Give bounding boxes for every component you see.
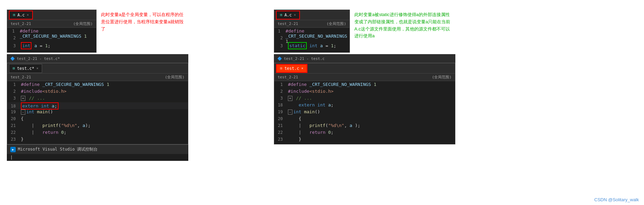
line-num: 20 bbox=[7, 116, 21, 121]
line-num: 22 bbox=[274, 130, 288, 135]
code-line-22: 22 | return 0; bbox=[274, 130, 455, 137]
cursor-indicator: | bbox=[10, 155, 13, 160]
line-num: 23 bbox=[7, 137, 21, 142]
code-line-3: 3 + // ... bbox=[7, 95, 188, 102]
line-content: #include<stdio.h> bbox=[21, 89, 66, 94]
tab-icon: ⊞ bbox=[13, 66, 15, 71]
annotation-text: 此时变量a是个全局变量，可以在程序的任意位置进行使用，当程序结束变量a就销毁了 bbox=[101, 12, 184, 31]
tab-icon: ⊞ bbox=[280, 66, 282, 71]
line-content: | return 0; bbox=[21, 130, 66, 135]
line-content: { bbox=[21, 116, 24, 121]
left-top-editor: ⊞ A.c × test_2-21 (全局范围) 1 #de bbox=[7, 10, 188, 53]
code-line-3: 3 int a = 1; bbox=[7, 42, 96, 49]
line-content: extern int a; bbox=[288, 102, 333, 107]
line-num: 2 bbox=[7, 36, 21, 40]
code-line-1: 1 #define _CRT_SECURE_NO_WARNINGS 1 bbox=[7, 82, 188, 89]
code-line-23: 23 } bbox=[7, 137, 188, 143]
right-screenshot: ⊞ A.c × test_2-21 (全局范围) 1 #de bbox=[274, 10, 455, 202]
split-icon: 🔷 bbox=[277, 56, 282, 61]
line-num: 2 bbox=[274, 89, 288, 94]
tab-label: A.c bbox=[17, 13, 25, 17]
line-content: | return 0; bbox=[288, 130, 333, 135]
line-num: 23 bbox=[274, 137, 288, 142]
breadcrumb-left: test_2-21 bbox=[278, 75, 298, 79]
line-content: #define _CRT_SECURE_NO_WARNINGS 1 bbox=[20, 28, 96, 39]
tab-close[interactable]: × bbox=[27, 13, 29, 17]
left-bottom-editor: ⊞ test.c* × test_2-21 (全局范围) 1 #define _… bbox=[7, 63, 188, 144]
right-top-breadcrumb: test_2-21 (全局范围) bbox=[274, 20, 350, 28]
line-content: #define _CRT_SECURE_NO_WARNINGS 1 bbox=[21, 82, 109, 87]
left-bottom-tab-bar: ⊞ test.c* × bbox=[7, 63, 188, 74]
tab-close[interactable]: × bbox=[294, 13, 296, 17]
line-num: 18 bbox=[7, 104, 21, 108]
line-num: 19 bbox=[274, 110, 288, 114]
line-content: + // ... bbox=[21, 95, 45, 101]
annotation-text: 此时变量a被static进行修饰使得a的外部连接属性变成了内部链接属性，也就是说… bbox=[354, 12, 450, 38]
tab-close[interactable]: × bbox=[36, 66, 38, 70]
line-content: -int main() bbox=[21, 109, 53, 114]
line-content: extern int a; bbox=[21, 102, 59, 110]
line-content: } bbox=[288, 137, 301, 142]
tab-icon: ⊞ bbox=[13, 13, 15, 17]
line-content: int a = 1; bbox=[21, 42, 50, 49]
right-top-ide-window: ⊞ A.c × test_2-21 (全局范围) 1 #de bbox=[274, 10, 350, 53]
line-content: | printf("%d\n", a); bbox=[21, 123, 91, 128]
line-content: #define _CRT_SECURE_NO_WARNINGS 1 bbox=[286, 28, 350, 44]
code-line-1: 1 #define _CRT_SECURE_NO_WARNINGS 1 bbox=[7, 28, 96, 35]
right-top-code: 1 #define _CRT_SECURE_NO_WARNINGS 1 2 3 bbox=[274, 28, 350, 50]
line-content: #define _CRT_SECURE_NO_WARNINGS 1 bbox=[288, 82, 376, 87]
line-num: 1 bbox=[7, 29, 20, 34]
tab-label: test.c* bbox=[17, 66, 35, 71]
breadcrumb-right: (全局范围) bbox=[432, 75, 452, 80]
line-content bbox=[21, 35, 24, 40]
line-content: { bbox=[288, 116, 301, 121]
line-content: #include<stdio.h> bbox=[288, 89, 333, 94]
breadcrumb-left: test_2-21 bbox=[11, 75, 31, 79]
left-bottom-breadcrumb: test_2-21 (全局范围) bbox=[7, 74, 188, 81]
tab-close[interactable]: × bbox=[301, 66, 303, 70]
right-bottom-editor: ⊞ test.c × test_2-21 (全局范围) 1 #define _C… bbox=[274, 63, 455, 144]
tab-icon: ⊞ bbox=[280, 13, 282, 17]
split-icon: 🔷 bbox=[10, 56, 15, 61]
line-num: 18 bbox=[274, 103, 288, 107]
line-num: 22 bbox=[7, 130, 21, 135]
breadcrumb-left: test_2-21 bbox=[11, 22, 31, 26]
line-content: | printf("%d\n", a ); bbox=[288, 123, 360, 128]
line-num: 3 bbox=[7, 96, 21, 101]
tab-label: test.c bbox=[285, 66, 299, 71]
left-top-ide-window: ⊞ A.c × test_2-21 (全局范围) 1 #de bbox=[7, 10, 97, 53]
right-top-editor: ⊞ A.c × test_2-21 (全局范围) 1 #de bbox=[274, 10, 455, 53]
left-bottom-tab[interactable]: ⊞ test.c* × bbox=[9, 64, 42, 73]
breadcrumb-left: test_2-21 bbox=[278, 22, 298, 26]
code-line-19: 19 -int main() bbox=[274, 109, 455, 116]
code-line-18: 18 extern int a; bbox=[274, 102, 455, 109]
code-line-23: 23 } bbox=[274, 137, 455, 143]
breadcrumb-right: (全局范围) bbox=[327, 21, 346, 26]
line-num: 2 bbox=[7, 89, 21, 94]
line-num: 21 bbox=[274, 123, 288, 128]
line-num: 3 bbox=[274, 43, 288, 48]
code-line-20: 20 { bbox=[274, 116, 455, 123]
right-bottom-tab[interactable]: ⊞ test.c × bbox=[276, 64, 307, 73]
right-top-tab-ac[interactable]: ⊞ A.c × bbox=[276, 11, 300, 20]
right-bottom-code: 1 #define _CRT_SECURE_NO_WARNINGS 1 2 #i… bbox=[274, 81, 455, 144]
left-top-tab-ac[interactable]: ⊞ A.c × bbox=[9, 11, 33, 20]
code-line-20: 20 { bbox=[7, 116, 188, 123]
left-top-tab-bar: ⊞ A.c × bbox=[7, 10, 96, 20]
line-num: 21 bbox=[7, 123, 21, 128]
right-split-bar: 🔷 test_2-21 - test.c bbox=[274, 54, 455, 63]
left-status-line: | bbox=[7, 154, 188, 161]
line-num: 1 bbox=[274, 29, 286, 34]
watermark-text: CSDN @Solitary_walk bbox=[594, 197, 639, 202]
line-content: } bbox=[21, 137, 24, 142]
code-line-3: 3 + // ... bbox=[274, 95, 455, 102]
right-top-tab-bar: ⊞ A.c × bbox=[274, 10, 350, 20]
left-top-breadcrumb: test_2-21 (全局范围) bbox=[7, 20, 96, 28]
line-num: 1 bbox=[7, 82, 21, 87]
right-bottom-breadcrumb: test_2-21 (全局范围) bbox=[274, 74, 455, 81]
line-content: + // ... bbox=[288, 95, 312, 101]
line-content: static int a = 1; bbox=[288, 42, 336, 49]
code-line-1: 1 #define _CRT_SECURE_NO_WARNINGS 1 bbox=[274, 28, 350, 35]
breadcrumb-right: (全局范围) bbox=[73, 21, 93, 26]
debug-icon: ▶ bbox=[10, 147, 16, 152]
